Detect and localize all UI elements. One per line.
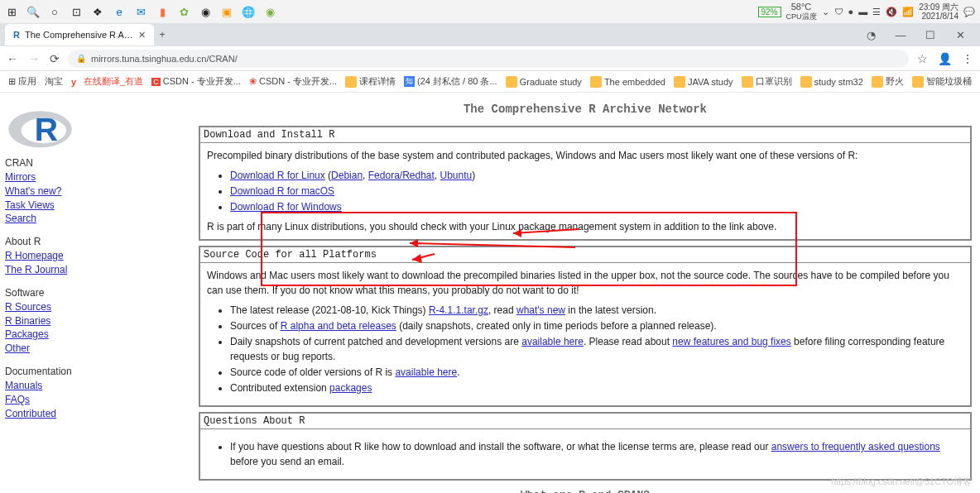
profile-icon[interactable]: 👤 <box>938 52 952 65</box>
tray-wifi-icon[interactable]: 📶 <box>902 7 914 17</box>
ubuntu-link[interactable]: Ubuntu <box>440 170 473 181</box>
app-icon-2[interactable]: ▮ <box>156 5 169 18</box>
tray-icon-2[interactable]: ● <box>848 7 854 17</box>
close-window-icon[interactable]: ✕ <box>949 29 972 41</box>
questions-box-title: Questions About R <box>200 414 970 429</box>
search-icon[interactable]: 🔍 <box>26 5 40 18</box>
minimize-icon[interactable]: — <box>889 29 912 41</box>
reload-icon[interactable]: ⟳ <box>50 52 60 65</box>
sidebar-link-rsources[interactable]: R Sources <box>5 300 185 314</box>
chrome-icon-2[interactable]: 🌐 <box>242 5 255 18</box>
edge-icon[interactable]: e <box>113 5 126 18</box>
account-icon[interactable]: ◔ <box>859 29 882 41</box>
r-favicon-icon: R <box>13 30 20 40</box>
notifications-icon[interactable]: 💬 <box>963 7 975 17</box>
sidebar-link-packages[interactable]: Packages <box>5 328 185 342</box>
windows-taskbar: ⊞ 🔍 ○ ⊡ ❖ e ✉ ▮ ✿ ◉ ▣ 🌐 ◉ 92% 58°C CPU温度… <box>0 0 980 23</box>
nav-controls: ← → ⟳ <box>7 52 60 65</box>
sidebar-link-rjournal[interactable]: The R Journal <box>5 263 185 277</box>
sidebar-link-manuals[interactable]: Manuals <box>5 379 185 393</box>
bookmark-stm[interactable]: study stm32 <box>800 76 863 88</box>
whatsnew-link[interactable]: what's new <box>516 304 565 316</box>
download-linux-item: Download R for Linux (Debian, Fedora/Red… <box>230 168 963 183</box>
bookmark-mask[interactable]: 口罩识别 <box>742 75 792 88</box>
bookmark-mail[interactable]: 知(24 封私信 / 80 条... <box>404 75 497 88</box>
newfeat-link[interactable]: new features and bug fixes <box>672 336 790 347</box>
tray-chevron-icon[interactable]: ⌄ <box>822 7 829 17</box>
latest-release-item: The latest release (2021-08-10, Kick Thi… <box>230 303 963 318</box>
browser-tab[interactable]: R The Comprehensive R Archive ✕ <box>5 24 154 45</box>
new-tab-button[interactable]: + <box>154 29 171 41</box>
app-icon-3[interactable]: ✿ <box>177 5 190 18</box>
star-icon[interactable]: ☆ <box>917 52 928 65</box>
alpha-item: Sources of R alpha and beta releases (da… <box>230 318 963 333</box>
bookmark-course[interactable]: 课程详情 <box>345 75 396 88</box>
bookmark-trash[interactable]: 智能垃圾桶 <box>912 75 972 88</box>
bookmark-java[interactable]: JAVA study <box>674 76 733 88</box>
download-mac-link[interactable]: Download R for macOS <box>230 185 334 197</box>
chrome-icon-1[interactable]: ◉ <box>199 5 212 18</box>
sidebar-link-faqs[interactable]: FAQs <box>5 393 185 407</box>
bookmark-grad[interactable]: Graduate study <box>506 76 582 88</box>
sidebar-link-other[interactable]: Other <box>5 342 185 356</box>
sidebar-link-rhome[interactable]: R Homepage <box>5 249 185 263</box>
menu-icon[interactable]: ⋮ <box>962 52 973 65</box>
available-link-1[interactable]: available here <box>521 336 584 347</box>
linux-note: R is part of many Linux distributions, y… <box>207 219 963 234</box>
faq-link[interactable]: answers to frequently asked questions <box>771 441 940 452</box>
r-logo-icon: R <box>5 101 75 151</box>
address-bar: ← → ⟳ 🔒 mirrors.tuna.tsinghua.edu.cn/CRA… <box>0 46 980 71</box>
download-win-link[interactable]: Download R for Windows <box>230 201 342 213</box>
sidebar-heading-software: Software <box>5 287 185 299</box>
wechat-icon[interactable]: ◉ <box>263 5 276 18</box>
url-input[interactable]: 🔒 mirrors.tuna.tsinghua.edu.cn/CRAN/ <box>68 50 909 68</box>
tray-icon-3[interactable]: ☰ <box>872 7 881 17</box>
tray-icon-1[interactable]: 🛡 <box>834 7 843 17</box>
bookmark-csdn2[interactable]: ❀CSDN - 专业开发... <box>249 75 337 88</box>
older-item: Source code of older versions of R is av… <box>230 365 963 380</box>
download-preamble: Precompiled binary distributions of the … <box>207 148 963 163</box>
maximize-icon[interactable]: ☐ <box>919 29 942 41</box>
sidebar-link-contrib[interactable]: Contributed <box>5 407 185 421</box>
app-icon-1[interactable]: ❖ <box>91 5 104 18</box>
sidebar-link-rbinaries[interactable]: R Binaries <box>5 314 185 328</box>
mail-icon[interactable]: ✉ <box>134 5 147 18</box>
available-link-2[interactable]: available here <box>395 366 457 378</box>
sidebar-link-mirrors[interactable]: Mirrors <box>5 170 185 184</box>
url-text: mirrors.tuna.tsinghua.edu.cn/CRAN/ <box>91 54 238 64</box>
questions-box: Questions About R If you have questions … <box>199 412 972 481</box>
debian-link[interactable]: Debian <box>331 170 363 181</box>
bookmark-taobao[interactable]: 淘宝 <box>45 75 63 88</box>
cortana-icon[interactable]: ○ <box>48 5 61 18</box>
tray-battery-icon[interactable]: ▬ <box>858 7 867 17</box>
sidebar-heading-about: About R <box>5 236 185 247</box>
bookmark-fire[interactable]: 野火 <box>872 75 904 88</box>
download-linux-link[interactable]: Download R for Linux <box>230 170 325 181</box>
battery-badge: 92% <box>758 7 781 17</box>
close-tab-icon[interactable]: ✕ <box>138 30 146 41</box>
start-icon[interactable]: ⊞ <box>5 5 18 18</box>
clock[interactable]: 23:09 周六 2021/8/14 <box>919 2 958 21</box>
watermark: https://blog.csdn.net/@51CTO博客 <box>831 476 972 488</box>
sidebar-link-whatsnew[interactable]: What's new? <box>5 184 185 199</box>
lock-icon: 🔒 <box>76 54 86 63</box>
tray-volume-icon[interactable]: 🔇 <box>886 7 897 17</box>
app-icon-4[interactable]: ▣ <box>220 5 233 18</box>
taskview-icon[interactable]: ⊡ <box>70 5 83 18</box>
page-title: The Comprehensive R Archive Network <box>199 103 972 116</box>
packages-link[interactable]: packages <box>329 382 372 394</box>
taskbar-right: 92% 58°C CPU温度 ⌄ 🛡 ● ▬ ☰ 🔇 📶 23:09 周六 20… <box>758 2 976 21</box>
apps-icon: ⊞ <box>8 76 16 87</box>
apps-button[interactable]: ⊞应用 <box>8 75 36 88</box>
sidebar-link-taskviews[interactable]: Task Views <box>5 199 185 213</box>
bookmark-trans[interactable]: y 在线翻译_有道 <box>71 75 143 88</box>
back-icon[interactable]: ← <box>7 52 18 65</box>
tarball-link[interactable]: R-4.1.1.tar.gz <box>429 304 488 316</box>
alpha-link[interactable]: R alpha and beta releases <box>281 320 396 332</box>
fedora-link[interactable]: Fedora/Redhat <box>368 170 435 181</box>
sidebar-link-search[interactable]: Search <box>5 212 185 226</box>
bookmark-csdn1[interactable]: CCSDN - 专业开发... <box>151 75 241 88</box>
bookmark-emb[interactable]: The embedded <box>590 76 665 88</box>
forward-icon[interactable]: → <box>28 52 40 65</box>
winmac-note: Windows and Mac users most likely want t… <box>207 268 963 298</box>
